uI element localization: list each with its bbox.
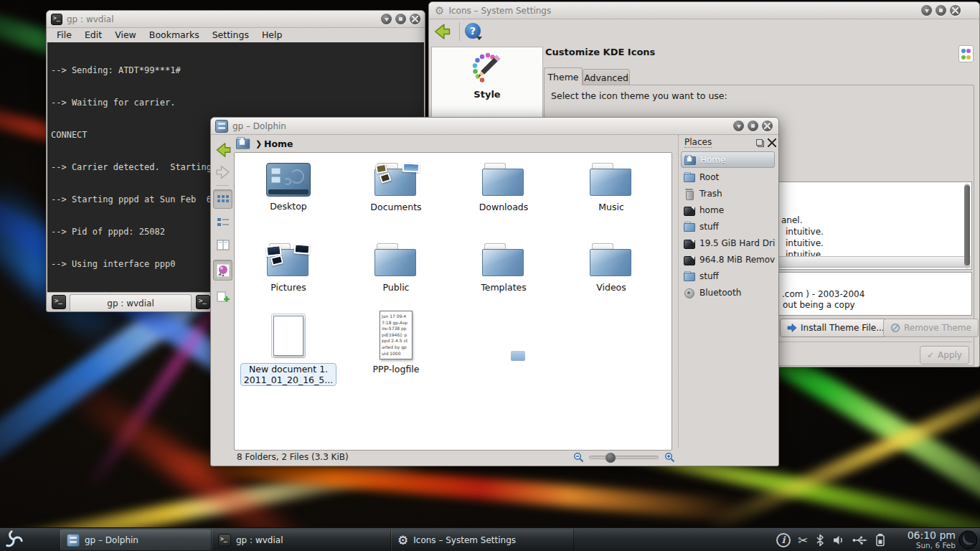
- folder-item-pictures[interactable]: Pictures: [235, 243, 342, 293]
- places-label: home: [699, 205, 724, 215]
- icons-view-button[interactable]: [213, 189, 232, 209]
- places-item-trash[interactable]: Trash: [681, 185, 775, 202]
- folder-item-templates[interactable]: Templates: [450, 243, 557, 293]
- notifications-icon[interactable]: i: [776, 533, 791, 547]
- places-label: stuff: [699, 222, 719, 232]
- taskbar-item-wvdial[interactable]: >_ gp : wvdial: [212, 529, 391, 550]
- file-item-ppp-logfile[interactable]: Jan 17 09:4 7:18 gp-Asp ire-5738 pp pd[1…: [342, 311, 450, 375]
- menu-bookmarks[interactable]: Bookmarks: [143, 29, 205, 42]
- file-item-new-document[interactable]: New document 1. 2011_01_20_16_5...: [235, 314, 342, 386]
- clock[interactable]: 06:10 pm Sun, 6 Feb: [908, 529, 956, 550]
- dolphin-window-title: gp – Dolphin: [232, 121, 286, 131]
- terminal-tab[interactable]: gp : wvdial: [70, 294, 192, 311]
- settings-titlebar[interactable]: ⚙ Icons – System Settings: [429, 2, 979, 19]
- toolbar-separator: [459, 22, 460, 41]
- menu-view[interactable]: View: [109, 29, 142, 42]
- details-view-button[interactable]: [213, 212, 232, 232]
- folder-item-music[interactable]: Music: [557, 163, 665, 212]
- hard-drive-icon: [684, 238, 695, 248]
- float-panel-button[interactable]: [755, 138, 764, 147]
- folder-item-desktop[interactable]: Desktop: [235, 163, 342, 212]
- dolphin-window-controls: [733, 121, 773, 131]
- zoom-in-button[interactable]: [664, 452, 675, 465]
- terminal-window-title: gp : wvdial: [67, 14, 113, 24]
- scrollbar-thumb[interactable]: [964, 185, 970, 265]
- task-label: gp : wvdial: [236, 535, 283, 545]
- minimize-button[interactable]: [733, 121, 744, 131]
- battery-icon[interactable]: [875, 533, 885, 547]
- close-panel-button[interactable]: [768, 138, 776, 147]
- icon-sizes-widget[interactable]: [958, 45, 974, 62]
- minimize-button[interactable]: [381, 14, 392, 24]
- new-tab-button[interactable]: >_: [52, 295, 66, 309]
- terminal-tab-2-icon[interactable]: >_: [196, 295, 210, 309]
- folder-item-documents[interactable]: Documents: [342, 163, 450, 212]
- close-button[interactable]: [410, 14, 420, 24]
- tab-theme[interactable]: Theme: [544, 67, 583, 85]
- close-button[interactable]: [950, 5, 961, 16]
- install-theme-button[interactable]: Install Theme File...: [780, 319, 892, 337]
- task-label: Icons – System Settings: [413, 535, 516, 545]
- dolphin-file-view[interactable]: Desktop Documents Downloads Music: [234, 152, 672, 451]
- zoom-slider-knob[interactable]: [606, 453, 616, 463]
- maximize-button[interactable]: [936, 5, 946, 16]
- folder-item-downloads[interactable]: Downloads: [450, 163, 557, 212]
- launcher-button[interactable]: [3, 529, 24, 551]
- sidebar-item-style[interactable]: Style: [432, 52, 542, 100]
- zoom-slider[interactable]: [589, 456, 659, 459]
- places-item-hard-drive[interactable]: 19.5 GiB Hard Drive: [681, 235, 775, 251]
- breadcrumb-home-button[interactable]: [236, 137, 250, 149]
- home-folder-icon: [236, 137, 253, 151]
- menu-help[interactable]: Help: [256, 29, 288, 42]
- desktop: >_ gp : wvdial File Edit View Bookmarks …: [0, 0, 980, 551]
- zoom-out-button[interactable]: [573, 452, 584, 465]
- taskbar-item-dolphin[interactable]: gp – Dolphin: [60, 529, 212, 550]
- maximize-button[interactable]: [748, 121, 758, 131]
- back-button[interactable]: [213, 141, 232, 159]
- columns-view-button[interactable]: [213, 235, 232, 255]
- back-arrow-icon: [432, 22, 452, 42]
- menu-edit[interactable]: Edit: [79, 29, 108, 42]
- terminal-titlebar[interactable]: >_ gp : wvdial: [47, 11, 425, 28]
- back-button[interactable]: [432, 22, 452, 42]
- chevron-down-icon[interactable]: [476, 37, 482, 40]
- places-item-bluetooth[interactable]: Bluetooth: [681, 284, 775, 301]
- breadcrumb-location[interactable]: Home: [264, 138, 293, 149]
- tab-advanced[interactable]: Advanced: [583, 69, 630, 85]
- folder-item-videos[interactable]: Videos: [557, 243, 665, 293]
- close-button[interactable]: [762, 121, 773, 131]
- places-item-stuff-2[interactable]: stuff: [681, 268, 775, 284]
- install-arrow-icon: [787, 323, 797, 333]
- forward-button[interactable]: [213, 164, 232, 181]
- preview-toggle-button[interactable]: [213, 260, 232, 281]
- places-item-stuff[interactable]: stuff: [681, 218, 775, 235]
- places-item-home-partition[interactable]: home: [681, 202, 775, 218]
- menu-settings[interactable]: Settings: [207, 29, 255, 42]
- apply-button[interactable]: ✓ Apply: [920, 346, 969, 364]
- places-item-home[interactable]: Home: [681, 151, 775, 168]
- minimize-button[interactable]: [921, 5, 932, 16]
- dolphin-titlebar[interactable]: gp – Dolphin: [211, 118, 778, 135]
- remove-theme-button[interactable]: Remove Theme: [883, 319, 979, 337]
- remove-icon: [890, 323, 900, 333]
- folder-item-public[interactable]: Public: [342, 243, 450, 293]
- removable-drive-icon: [684, 255, 695, 265]
- maximize-button[interactable]: [395, 14, 406, 24]
- klipper-icon[interactable]: ✂: [798, 533, 808, 547]
- folder-icon: [684, 172, 695, 182]
- panel-cashew[interactable]: [958, 530, 978, 551]
- volume-icon[interactable]: [832, 534, 844, 546]
- theme-list-item-fragment: intuitive.: [786, 227, 824, 237]
- columns-view-icon: [217, 239, 230, 252]
- split-view-button[interactable]: [213, 287, 232, 306]
- list-scrollbar[interactable]: [964, 184, 970, 268]
- preview-icon: [216, 263, 230, 278]
- folder-icon: [482, 243, 525, 278]
- bluetooth-icon[interactable]: [815, 534, 825, 547]
- menu-file[interactable]: File: [51, 29, 77, 42]
- folder-label: Videos: [557, 282, 665, 293]
- usb-device-icon[interactable]: [852, 534, 868, 546]
- taskbar-item-system-settings[interactable]: ⚙ Icons – System Settings: [391, 529, 574, 550]
- places-item-root[interactable]: Root: [681, 169, 775, 185]
- places-item-removable[interactable]: 964.8 MiB Remov...: [681, 251, 775, 268]
